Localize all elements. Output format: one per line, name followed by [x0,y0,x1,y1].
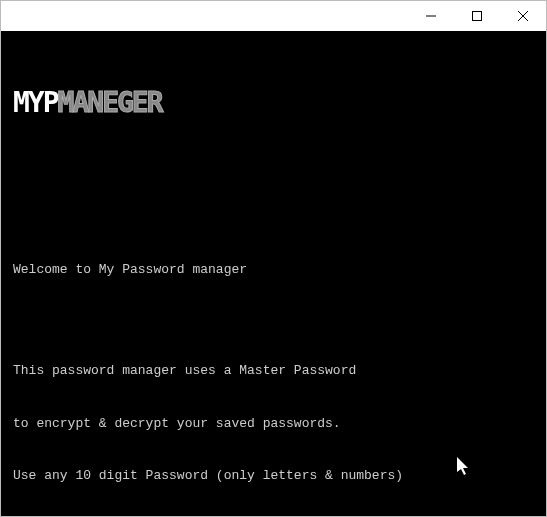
app-logo: MYPMANEGER [13,84,534,122]
desc-line-1: This password manager uses a Master Pass… [13,362,534,380]
welcome-text: Welcome to My Password manager [13,261,534,279]
console-area[interactable]: MYPMANEGER Welcome to My Password manage… [1,31,546,516]
minimize-icon [426,11,436,21]
app-window: MYPMANEGER Welcome to My Password manage… [0,0,547,517]
logo-prefix: MYP [13,84,58,122]
close-button[interactable] [500,1,546,31]
titlebar [1,1,546,31]
close-icon [518,11,528,21]
logo-suffix: MANEGER [58,84,162,122]
minimize-button[interactable] [408,1,454,31]
desc-line-3: Use any 10 digit Password (only letters … [13,467,534,485]
svg-rect-1 [473,12,482,21]
maximize-icon [472,11,482,21]
desc-line-2: to encrypt & decrypt your saved password… [13,415,534,433]
maximize-button[interactable] [454,1,500,31]
